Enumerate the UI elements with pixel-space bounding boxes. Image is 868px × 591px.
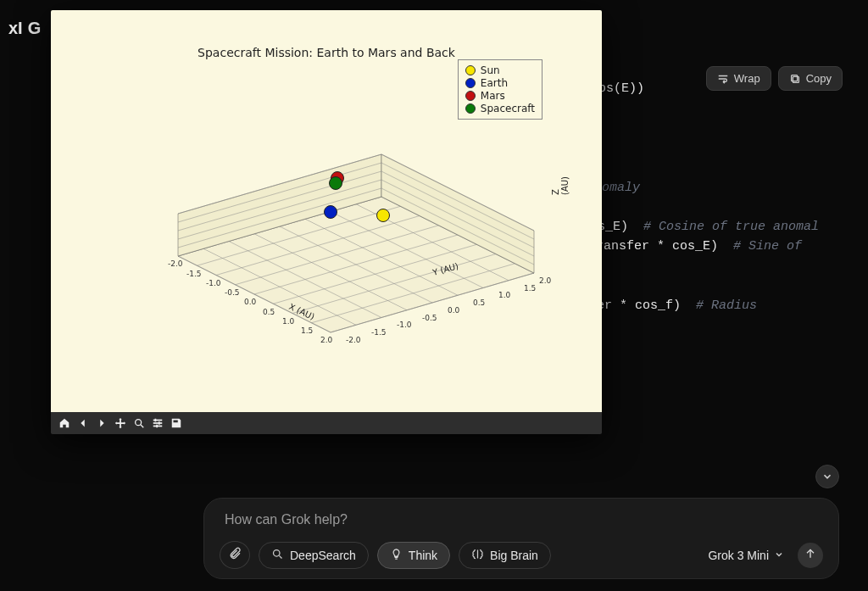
svg-point-33 bbox=[136, 420, 142, 426]
tick: -2.0 bbox=[346, 336, 361, 344]
paperclip-icon bbox=[228, 547, 242, 563]
tick: -2.0 bbox=[168, 259, 183, 268]
brain-icon bbox=[471, 548, 484, 563]
plot-title: Spacecraft Mission: Earth to Mars and Ba… bbox=[51, 46, 602, 59]
legend-label: Spacecraft bbox=[481, 103, 535, 114]
tick: 0.0 bbox=[244, 298, 256, 306]
wrap-button[interactable]: Wrap bbox=[706, 66, 771, 91]
model-label: Grok 3 Mini bbox=[708, 549, 769, 562]
forward-icon[interactable] bbox=[93, 415, 110, 432]
model-selector[interactable]: Grok 3 Mini bbox=[703, 545, 789, 566]
legend-label: Sun bbox=[481, 64, 500, 76]
svg-rect-40 bbox=[156, 425, 158, 428]
code-toolbar: Wrap Copy bbox=[706, 66, 843, 91]
copy-label: Copy bbox=[806, 72, 832, 85]
attach-button[interactable] bbox=[220, 541, 250, 569]
back-icon[interactable] bbox=[75, 415, 92, 432]
zoom-icon[interactable] bbox=[131, 415, 147, 432]
deepsearch-button[interactable]: DeepSearch bbox=[259, 542, 369, 569]
lightbulb-icon bbox=[390, 548, 403, 563]
legend-label: Mars bbox=[481, 90, 505, 102]
bigbrain-label: Big Brain bbox=[490, 549, 538, 562]
tick: 0.5 bbox=[473, 298, 485, 307]
app-logo: xIG bbox=[8, 19, 41, 38]
send-button[interactable] bbox=[798, 543, 823, 568]
wrap-label: Wrap bbox=[734, 72, 760, 85]
tick: -1.0 bbox=[206, 279, 221, 287]
tick: 1.5 bbox=[301, 326, 313, 335]
home-icon[interactable] bbox=[56, 415, 73, 432]
arrow-up-icon bbox=[804, 547, 817, 564]
chevron-down-icon bbox=[774, 549, 784, 562]
point-sun bbox=[376, 209, 390, 222]
svg-rect-38 bbox=[155, 419, 157, 422]
tick: -0.5 bbox=[422, 314, 437, 322]
matplotlib-toolbar bbox=[51, 412, 602, 434]
copy-icon bbox=[789, 73, 801, 85]
save-icon[interactable] bbox=[168, 415, 185, 432]
plot-legend: Sun Earth Mars Spacecraft bbox=[458, 59, 542, 120]
copy-button[interactable]: Copy bbox=[778, 66, 843, 91]
svg-rect-36 bbox=[153, 422, 163, 424]
pan-icon[interactable] bbox=[112, 415, 129, 432]
tick: 2.0 bbox=[539, 276, 551, 285]
svg-rect-1 bbox=[791, 75, 797, 81]
tick: 1.0 bbox=[498, 291, 510, 299]
zlabel: Z (AU) bbox=[551, 176, 570, 195]
legend-dot-sun bbox=[465, 65, 476, 75]
legend-dot-spacecraft bbox=[465, 103, 476, 114]
chat-input[interactable]: How can Grok help? bbox=[220, 510, 823, 536]
tick: 0.0 bbox=[448, 306, 459, 315]
tick: 1.5 bbox=[524, 284, 536, 293]
search-icon bbox=[271, 548, 284, 563]
tick: -1.0 bbox=[397, 321, 412, 329]
legend-dot-earth bbox=[465, 78, 476, 88]
legend-label: Earth bbox=[481, 77, 508, 89]
svg-point-41 bbox=[274, 549, 281, 556]
svg-rect-0 bbox=[793, 76, 798, 82]
matplotlib-window: Spacecraft Mission: Earth to Mars and Ba… bbox=[51, 10, 602, 434]
svg-rect-35 bbox=[153, 420, 163, 421]
tick: 1.0 bbox=[282, 317, 294, 326]
tick: -0.5 bbox=[225, 288, 240, 297]
deepsearch-label: DeepSearch bbox=[290, 549, 356, 562]
svg-rect-39 bbox=[159, 421, 160, 425]
plot-3d-axes: X (AU) Y (AU) Z (AU) -2.0 -1.5 -1.0 -0.5… bbox=[153, 120, 542, 341]
tick: 2.0 bbox=[320, 336, 332, 344]
input-actions-row: DeepSearch Think Big Brain Grok 3 Mini bbox=[220, 541, 823, 569]
think-button[interactable]: Think bbox=[377, 542, 450, 569]
point-earth bbox=[324, 205, 337, 219]
tick: 0.5 bbox=[263, 308, 275, 316]
svg-line-42 bbox=[279, 555, 281, 558]
plot-canvas[interactable]: Spacecraft Mission: Earth to Mars and Ba… bbox=[51, 10, 602, 412]
point-spacecraft bbox=[329, 176, 342, 190]
bigbrain-button[interactable]: Big Brain bbox=[459, 542, 551, 569]
tick: -1.5 bbox=[371, 328, 387, 337]
chat-input-bar: How can Grok help? DeepSearch Think Big … bbox=[203, 498, 839, 579]
svg-line-34 bbox=[141, 425, 144, 428]
wrap-icon bbox=[717, 73, 729, 85]
configure-icon[interactable] bbox=[149, 415, 166, 432]
scroll-down-button[interactable] bbox=[815, 465, 839, 488]
think-label: Think bbox=[409, 549, 437, 562]
legend-dot-mars bbox=[465, 91, 476, 101]
tick: -1.5 bbox=[186, 270, 202, 278]
